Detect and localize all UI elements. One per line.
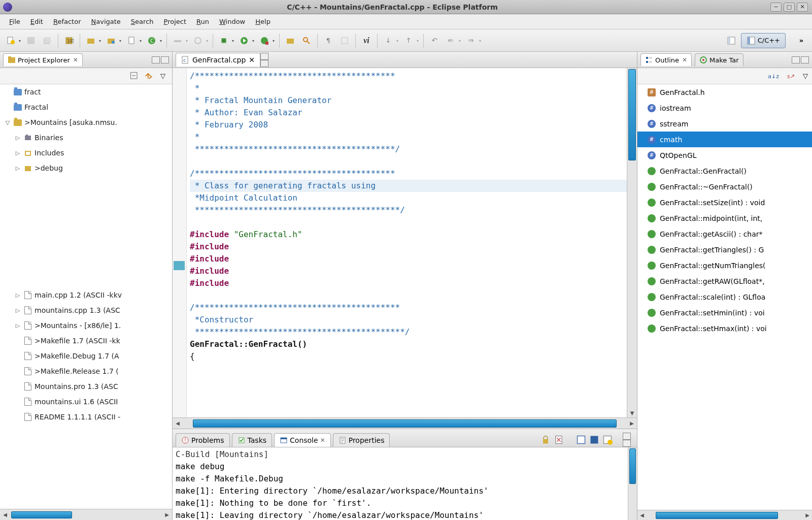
perspective-cpp-button[interactable]: C/C++ bbox=[741, 33, 786, 48]
editor-vscroll[interactable]: ▲ ▼ bbox=[627, 68, 637, 417]
code-area[interactable]: /***************************************… bbox=[187, 68, 627, 417]
outline-item[interactable]: #iostream bbox=[637, 100, 812, 116]
menu-window[interactable]: Window bbox=[214, 16, 250, 27]
outline-item[interactable]: GenFractal::getNumTriangles( bbox=[637, 257, 812, 273]
outline-item[interactable]: GenFractal::getTriangles() : G bbox=[637, 242, 812, 257]
open-type-button[interactable] bbox=[283, 33, 298, 48]
tree-node[interactable]: >Makefile.Release 1.7 ( bbox=[0, 364, 172, 379]
outline-minimize-button[interactable] bbox=[792, 56, 800, 63]
open-perspective-button[interactable] bbox=[724, 33, 739, 48]
run-ext-button[interactable] bbox=[257, 33, 272, 48]
editor-hscroll[interactable]: ◀▶ bbox=[173, 417, 637, 429]
bottom-maximize-button[interactable] bbox=[623, 440, 631, 447]
window-maximize-button[interactable]: □ bbox=[784, 3, 795, 12]
outline-item[interactable]: #QtOpenGL bbox=[637, 147, 812, 163]
last-edit-button[interactable]: ↶ bbox=[427, 33, 442, 48]
outline-item[interactable]: #GenFractal.h bbox=[637, 84, 812, 100]
bottom-tab-problems[interactable]: !Problems bbox=[176, 433, 230, 447]
toggle-block-button[interactable] bbox=[337, 33, 352, 48]
tree-node[interactable]: fract bbox=[0, 84, 172, 100]
view-minimize-button[interactable] bbox=[152, 56, 160, 63]
new-file-button[interactable] bbox=[124, 33, 139, 48]
project-explorer-hscroll[interactable]: ◀▶ bbox=[0, 509, 172, 520]
outline-item[interactable]: GenFractal::~GenFractal() bbox=[637, 179, 812, 194]
menu-help[interactable]: Help bbox=[250, 16, 276, 27]
tree-node[interactable]: mountains.ui 1.6 (ASCII bbox=[0, 394, 172, 409]
menu-refactor[interactable]: Refactor bbox=[48, 16, 86, 27]
build-config-button[interactable] bbox=[170, 33, 185, 48]
window-close-button[interactable]: ✕ bbox=[797, 3, 808, 12]
bottom-tab-console[interactable]: Console✕ bbox=[274, 433, 331, 447]
build-target-button[interactable] bbox=[190, 33, 206, 48]
build-button[interactable]: 101 bbox=[61, 33, 77, 48]
tree-node[interactable]: Mountains.pro 1.3 (ASC bbox=[0, 379, 172, 394]
outline-tab[interactable]: Outline ✕ bbox=[640, 53, 692, 66]
editor-maximize-button[interactable] bbox=[260, 60, 268, 67]
debug-button[interactable] bbox=[216, 33, 231, 48]
tree-node[interactable]: ▷mountains.cpp 1.3 (ASC bbox=[0, 303, 172, 318]
display-selected-icon[interactable] bbox=[576, 435, 586, 445]
outline-item[interactable]: GenFractal::setHmin(int) : voi bbox=[637, 305, 812, 320]
outline-item[interactable]: GenFractal::GenFractal() bbox=[637, 163, 812, 179]
outline-hscroll[interactable]: ◀ ▶ bbox=[637, 510, 812, 520]
menu-navigate[interactable]: Navigate bbox=[86, 16, 126, 27]
window-minimize-button[interactable]: ─ bbox=[770, 3, 782, 12]
project-tree[interactable]: fractFractal▽>Mountains [asuka.nmsu.▷Bin… bbox=[0, 84, 172, 509]
view-maximize-button[interactable] bbox=[161, 56, 169, 63]
tree-node[interactable]: ▷main.cpp 1.2 (ASCII -kkv bbox=[0, 287, 172, 303]
bottom-tab-properties[interactable]: Properties bbox=[333, 433, 390, 447]
tree-node[interactable]: README 1.1.1.1 (ASCII - bbox=[0, 409, 172, 425]
tree-node[interactable]: ▷Includes bbox=[0, 145, 172, 160]
save-button[interactable] bbox=[23, 33, 39, 48]
tree-node[interactable]: ▷Binaries bbox=[0, 130, 172, 145]
tree-node[interactable]: >Makefile.Debug 1.7 (A bbox=[0, 348, 172, 364]
menu-search[interactable]: Search bbox=[126, 16, 159, 27]
sort-icon[interactable]: a↓z bbox=[768, 72, 779, 80]
lock-scroll-icon[interactable] bbox=[540, 435, 551, 445]
view-menu-button[interactable]: ▽ bbox=[158, 71, 168, 81]
toggle-mark-button[interactable]: ¶ bbox=[321, 33, 336, 48]
console-vscroll[interactable] bbox=[628, 447, 637, 520]
new-project-button[interactable] bbox=[83, 33, 98, 48]
outline-item[interactable]: GenFractal::setHmax(int) : voi bbox=[637, 320, 812, 336]
prev-annotation-button[interactable]: ↑ bbox=[401, 33, 416, 48]
editor-minimize-button[interactable] bbox=[260, 53, 268, 60]
bottom-minimize-button[interactable] bbox=[623, 433, 631, 440]
editor-body[interactable]: /***************************************… bbox=[173, 68, 637, 417]
close-icon[interactable]: ✕ bbox=[682, 56, 687, 63]
save-all-button[interactable] bbox=[40, 33, 55, 48]
tree-node[interactable]: ▽>Mountains [asuka.nmsu. bbox=[0, 115, 172, 130]
new-console-icon[interactable] bbox=[602, 435, 613, 445]
toolbar-chevron-button[interactable]: » bbox=[794, 33, 809, 48]
menu-run[interactable]: Run bbox=[191, 16, 214, 27]
outline-item[interactable]: #cmath bbox=[637, 132, 812, 147]
menu-edit[interactable]: Edit bbox=[25, 16, 48, 27]
run-button[interactable] bbox=[236, 33, 252, 48]
close-icon[interactable]: ✕ bbox=[249, 56, 255, 64]
back-button[interactable]: ⇐ bbox=[443, 33, 458, 48]
hide-static-icon[interactable]: s↗ bbox=[787, 72, 795, 80]
forward-button[interactable]: ⇒ bbox=[463, 33, 479, 48]
collapse-all-button[interactable] bbox=[129, 71, 140, 81]
search-button[interactable] bbox=[299, 33, 314, 48]
new-button[interactable] bbox=[3, 33, 18, 48]
view-menu-button[interactable]: ▽ bbox=[803, 72, 808, 80]
close-icon[interactable]: ✕ bbox=[73, 56, 78, 63]
project-explorer-tab[interactable]: Project Explorer ✕ bbox=[3, 53, 83, 66]
link-editor-button[interactable] bbox=[144, 71, 154, 81]
bottom-tab-tasks[interactable]: Tasks bbox=[232, 433, 273, 447]
menu-project[interactable]: Project bbox=[159, 16, 192, 27]
outline-item[interactable]: GenFractal::setSize(int) : void bbox=[637, 194, 812, 210]
tree-node[interactable]: ▷>debug bbox=[0, 160, 172, 176]
remove-terminated-icon[interactable] bbox=[554, 435, 564, 445]
open-console-icon[interactable] bbox=[589, 435, 599, 445]
next-annotation-button[interactable]: ↓ bbox=[381, 33, 396, 48]
new-class-button[interactable]: C bbox=[144, 33, 159, 48]
console-body[interactable]: C-Build [Mountains] make debugmake -f Ma… bbox=[173, 447, 637, 520]
outline-tree[interactable]: #GenFractal.h#iostream#sstream#cmath#QtO… bbox=[637, 84, 812, 510]
tree-node[interactable]: ▷>Mountains - [x86/le] 1. bbox=[0, 318, 172, 333]
new-folder-button[interactable] bbox=[104, 33, 119, 48]
make-targets-tab[interactable]: Make Tar bbox=[695, 53, 743, 66]
tree-node[interactable]: Fractal bbox=[0, 100, 172, 115]
outline-item[interactable]: GenFractal::getRAW(GLfloat*, bbox=[637, 273, 812, 289]
